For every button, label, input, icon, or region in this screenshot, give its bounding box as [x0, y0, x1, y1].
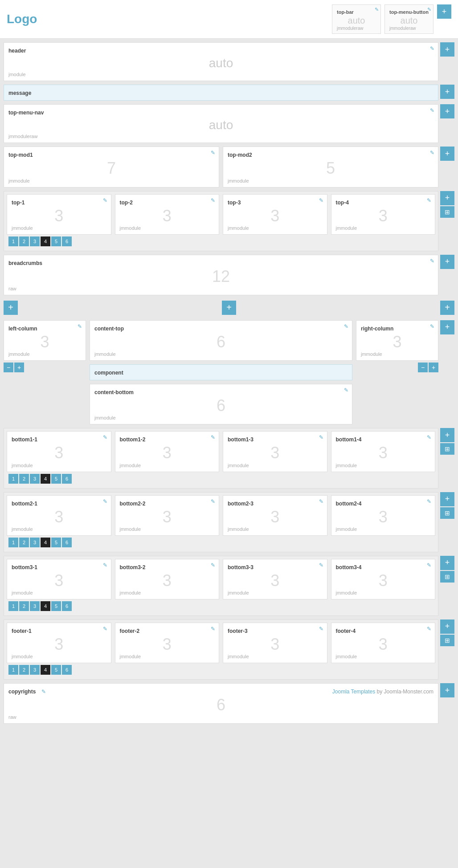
f-page-1[interactable]: 1 [8, 665, 18, 675]
middle-add-button[interactable]: + [440, 320, 454, 334]
b1-page-2[interactable]: 2 [19, 474, 29, 484]
bottom3-4-edit-icon[interactable]: ✎ [427, 562, 431, 568]
top3-card: top-3 ✎ 3 jmmodule [223, 194, 327, 235]
top-page-2[interactable]: 2 [19, 236, 29, 246]
b1-page-3[interactable]: 3 [30, 474, 40, 484]
component-card: component [90, 364, 352, 380]
top-page-5[interactable]: 5 [51, 236, 61, 246]
bottom3-1-edit-icon[interactable]: ✎ [103, 562, 107, 568]
bottom3-add-button[interactable]: + [440, 556, 454, 570]
footer-grid-button[interactable]: ⊞ [440, 635, 454, 646]
bottom3-3-edit-icon[interactable]: ✎ [319, 562, 323, 568]
b2-page-1[interactable]: 1 [8, 538, 18, 547]
header-edit-icon[interactable]: ✎ [430, 45, 434, 52]
footer4-edit-icon[interactable]: ✎ [427, 626, 431, 632]
bottom1-2-edit-icon[interactable]: ✎ [211, 434, 215, 440]
f-page-4[interactable]: 4 [41, 665, 50, 675]
bottom1-grid-button[interactable]: ⊞ [440, 443, 454, 455]
top-mods-cols: top-mod1 ✎ 7 jmmodule top-mod2 ✎ 5 jmmod… [4, 147, 438, 187]
left-column-edit-icon[interactable]: ✎ [78, 323, 82, 330]
top-menu-nav-edit-icon[interactable]: ✎ [430, 107, 434, 114]
top2-edit-icon[interactable]: ✎ [211, 197, 215, 204]
top-header-add-button[interactable]: + [437, 4, 451, 19]
copyrights-edit-icon[interactable]: ✎ [41, 689, 46, 695]
header-add-button[interactable]: + [440, 42, 454, 57]
bottom2-3-edit-icon[interactable]: ✎ [319, 498, 323, 505]
b3-page-1[interactable]: 1 [8, 601, 18, 611]
top1-edit-icon[interactable]: ✎ [103, 197, 107, 204]
top-menu-nav-type: jmmoduleraw [8, 134, 433, 139]
f-page-6[interactable]: 6 [62, 665, 72, 675]
footer1-edit-icon[interactable]: ✎ [103, 626, 107, 632]
top4-edit-icon[interactable]: ✎ [427, 197, 431, 204]
b3-page-3[interactable]: 3 [30, 601, 40, 611]
right-column-size-btns: − + [356, 363, 438, 372]
add-row-center[interactable]: + [222, 301, 236, 315]
joomla-templates-link[interactable]: Joomla Templates [332, 689, 376, 695]
b2-page-4[interactable]: 4 [41, 538, 50, 547]
top1-title: top-1 [12, 200, 25, 206]
top3-edit-icon[interactable]: ✎ [319, 197, 323, 204]
bottom2-add-button[interactable]: + [440, 492, 454, 506]
content-top-edit-icon[interactable]: ✎ [344, 323, 348, 330]
bottom2-2-edit-icon[interactable]: ✎ [211, 498, 215, 505]
footer3-edit-icon[interactable]: ✎ [319, 626, 323, 632]
bottom1-4-edit-icon[interactable]: ✎ [427, 434, 431, 440]
b3-page-2[interactable]: 2 [19, 601, 29, 611]
right-column-plus[interactable]: + [429, 363, 438, 372]
bottom3-grid-button[interactable]: ⊞ [440, 571, 454, 583]
b2-page-3[interactable]: 3 [30, 538, 40, 547]
top-page-1[interactable]: 1 [8, 236, 18, 246]
footer3-card: footer-3 ✎ 3 jmmodule [223, 623, 327, 663]
top-menu-button-edit-icon[interactable]: ✎ [427, 7, 431, 12]
footer-add-button[interactable]: + [440, 619, 454, 634]
top-page-6[interactable]: 6 [62, 236, 72, 246]
right-column-edit-icon[interactable]: ✎ [430, 323, 434, 330]
left-column-minus[interactable]: − [4, 363, 13, 372]
f-page-5[interactable]: 5 [51, 665, 61, 675]
top1-number: 3 [12, 206, 106, 225]
f-page-2[interactable]: 2 [19, 665, 29, 675]
f-page-3[interactable]: 3 [30, 665, 40, 675]
bottom3-2-card: bottom3-2 ✎ 3 jmmodule [115, 559, 220, 599]
add-row-right[interactable]: + [440, 301, 454, 315]
top-mod2-edit-icon[interactable]: ✎ [430, 150, 434, 156]
top-page-3[interactable]: 3 [30, 236, 40, 246]
top-row-add-button[interactable]: + [440, 191, 454, 205]
bottom2-cols: bottom2-1 ✎ 3 jmmodule bottom2-2 ✎ 3 jmm… [7, 495, 435, 536]
content-bottom-edit-icon[interactable]: ✎ [344, 387, 348, 393]
b1-page-4[interactable]: 4 [41, 474, 50, 484]
left-column-plus[interactable]: + [14, 363, 24, 372]
top-menu-nav-add-button[interactable]: + [440, 104, 454, 118]
top-row-grid-button[interactable]: ⊞ [440, 206, 454, 218]
bottom3-2-edit-icon[interactable]: ✎ [211, 562, 215, 568]
b1-page-5[interactable]: 5 [51, 474, 61, 484]
bottom1-add-button[interactable]: + [440, 428, 454, 442]
b2-page-2[interactable]: 2 [19, 538, 29, 547]
bottom2-grid-button[interactable]: ⊞ [440, 507, 454, 519]
b3-page-5[interactable]: 5 [51, 601, 61, 611]
top-bar-card: top-bar ✎ auto jmmoduleraw [332, 4, 381, 34]
message-add-button[interactable]: + [440, 85, 454, 99]
top-bar-edit-icon[interactable]: ✎ [375, 7, 379, 12]
top-mods-add-button[interactable]: + [440, 147, 454, 161]
breadcrumbs-add-button[interactable]: + [440, 255, 454, 269]
b2-page-5[interactable]: 5 [51, 538, 61, 547]
copyrights-add-button[interactable]: + [440, 683, 454, 697]
bottom2-4-edit-icon[interactable]: ✎ [427, 498, 431, 505]
b3-page-4[interactable]: 4 [41, 601, 50, 611]
footer2-edit-icon[interactable]: ✎ [211, 626, 215, 632]
bottom1-3-edit-icon[interactable]: ✎ [319, 434, 323, 440]
right-column-minus[interactable]: − [418, 363, 428, 372]
b2-page-6[interactable]: 6 [62, 538, 72, 547]
b1-page-1[interactable]: 1 [8, 474, 18, 484]
bottom2-1-title: bottom2-1 [12, 501, 37, 507]
bottom1-1-edit-icon[interactable]: ✎ [103, 434, 107, 440]
b1-page-6[interactable]: 6 [62, 474, 72, 484]
breadcrumbs-edit-icon[interactable]: ✎ [430, 258, 434, 264]
b3-page-6[interactable]: 6 [62, 601, 72, 611]
top-mod1-edit-icon[interactable]: ✎ [211, 150, 215, 156]
add-row-left[interactable]: + [4, 301, 18, 315]
bottom2-1-edit-icon[interactable]: ✎ [103, 498, 107, 505]
top-page-4[interactable]: 4 [41, 236, 50, 246]
